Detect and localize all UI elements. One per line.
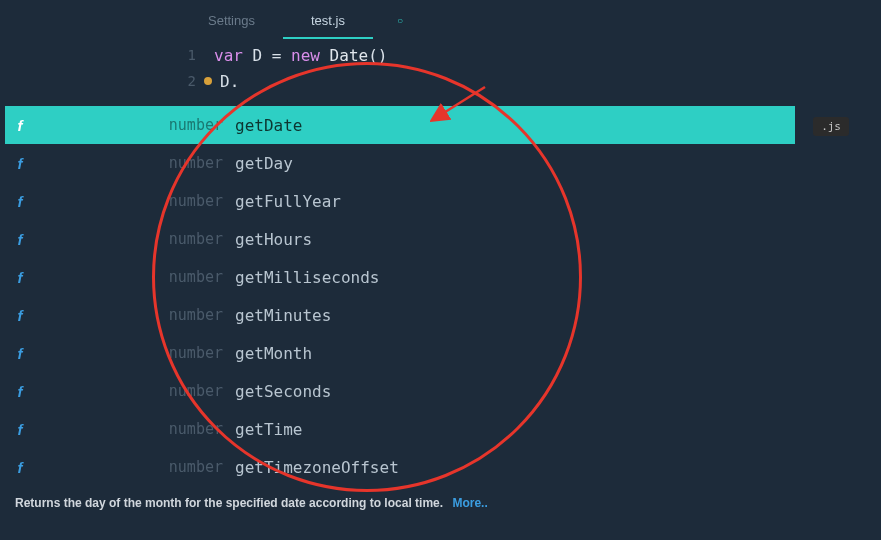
method-name: getMinutes <box>235 306 331 325</box>
autocomplete-item[interactable]: f number getTime <box>5 410 795 448</box>
method-name: getTime <box>235 420 302 439</box>
function-icon: f <box>5 155 35 172</box>
method-name: getTimezoneOffset <box>235 458 399 477</box>
return-type: number <box>35 230 235 248</box>
code-text: var D = new Date() <box>196 46 387 65</box>
return-type: number <box>35 458 235 476</box>
return-type: number <box>35 192 235 210</box>
method-name: getFullYear <box>235 192 341 211</box>
code-text: D. <box>210 72 239 91</box>
return-type: number <box>35 382 235 400</box>
tab-bar: Settings test.js ○ <box>0 0 881 40</box>
method-name: getMilliseconds <box>235 268 380 287</box>
file-type-badge: .js <box>813 117 849 136</box>
function-icon: f <box>5 421 35 438</box>
line-number: 1 <box>170 47 196 63</box>
function-icon: f <box>5 459 35 476</box>
return-type: number <box>35 116 235 134</box>
method-name: getSeconds <box>235 382 331 401</box>
autocomplete-item[interactable]: f number getHours <box>5 220 795 258</box>
autocomplete-item[interactable]: f number getMilliseconds <box>5 258 795 296</box>
method-name: getDay <box>235 154 293 173</box>
autocomplete-item[interactable]: f number getMonth <box>5 334 795 372</box>
line-number: 2 <box>170 73 196 89</box>
doc-text: Returns the day of the month for the spe… <box>15 496 443 510</box>
function-icon: f <box>5 383 35 400</box>
return-type: number <box>35 154 235 172</box>
autocomplete-item[interactable]: f number getDate <box>5 106 795 144</box>
code-editor[interactable]: 1 var D = new Date() 2 D. <box>0 40 881 94</box>
doc-hint-bar: Returns the day of the month for the spe… <box>5 489 795 517</box>
function-icon: f <box>5 193 35 210</box>
autocomplete-item[interactable]: f number getSeconds <box>5 372 795 410</box>
autocomplete-item[interactable]: f number getFullYear <box>5 182 795 220</box>
return-type: number <box>35 306 235 324</box>
doc-more-link[interactable]: More.. <box>452 496 487 510</box>
method-name: getHours <box>235 230 312 249</box>
method-name: getDate <box>235 116 302 135</box>
tab-unsaved-icon: ○ <box>397 15 403 26</box>
function-icon: f <box>5 345 35 362</box>
tab-active-file[interactable]: test.js <box>283 3 373 38</box>
return-type: number <box>35 268 235 286</box>
autocomplete-popup: f number getDate f number getDay f numbe… <box>5 106 795 486</box>
return-type: number <box>35 344 235 362</box>
return-type: number <box>35 420 235 438</box>
code-line: 1 var D = new Date() <box>0 42 881 68</box>
tab-settings[interactable]: Settings <box>180 3 283 38</box>
autocomplete-item[interactable]: f number getDay <box>5 144 795 182</box>
autocomplete-item[interactable]: f number getTimezoneOffset <box>5 448 795 486</box>
method-name: getMonth <box>235 344 312 363</box>
autocomplete-item[interactable]: f number getMinutes <box>5 296 795 334</box>
code-line: 2 D. <box>0 68 881 94</box>
function-icon: f <box>5 307 35 324</box>
function-icon: f <box>5 117 35 134</box>
function-icon: f <box>5 231 35 248</box>
function-icon: f <box>5 269 35 286</box>
